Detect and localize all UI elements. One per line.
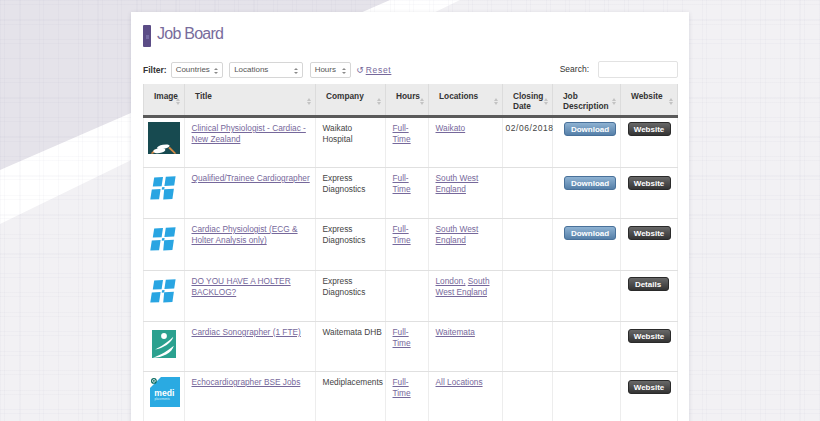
svg-text:placements: placements [155, 397, 171, 401]
